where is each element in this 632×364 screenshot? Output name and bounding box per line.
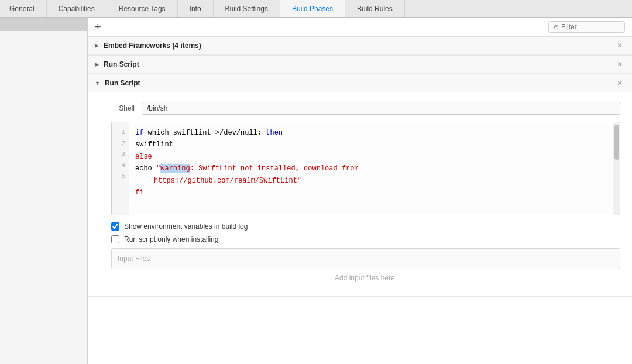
tab-build-rules[interactable]: Build Rules (345, 0, 405, 17)
run-script-1-section: ▶ Run Script ✕ (88, 56, 632, 74)
scrollbar-area[interactable] (613, 122, 620, 215)
embed-frameworks-header[interactable]: ▶ Embed Frameworks (4 items) ✕ (88, 37, 632, 55)
run-script-2-close[interactable]: ✕ (614, 79, 625, 87)
line-numbers: 1 2 3 4 5 (112, 122, 129, 215)
content-area: + ⊜ ▶ Embed Frameworks (4 items) ✕ ▶ Run… (88, 18, 632, 364)
scrollbar-thumb (614, 125, 619, 160)
checkbox-env-vars-label: Show environment variables in build log (124, 222, 248, 231)
run-script-1-header[interactable]: ▶ Run Script ✕ (88, 56, 632, 74)
checkbox-run-installing[interactable] (111, 235, 119, 243)
run-script-2-title: Run Script (105, 79, 614, 87)
run-script-2-triangle: ▼ (95, 80, 100, 86)
filter-input[interactable] (561, 23, 620, 31)
filter-icon: ⊜ (554, 23, 559, 31)
embed-frameworks-triangle: ▶ (95, 43, 99, 49)
tab-capabilities[interactable]: Capabilities (47, 0, 107, 17)
sidebar-item-1[interactable] (0, 31, 87, 44)
sidebar-item-selected[interactable] (0, 18, 87, 30)
run-script-2-body: Shell 1 2 3 4 5 if which swiftlint >/dev… (88, 92, 632, 296)
line-num-2: 2 (115, 138, 125, 149)
tab-info[interactable]: Info (178, 0, 214, 17)
run-script-1-triangle: ▶ (95, 61, 99, 67)
checkbox-run-installing-label: Run script only when installing (124, 235, 218, 243)
filter-box: ⊜ (548, 21, 625, 33)
tab-resource-tags[interactable]: Resource Tags (107, 0, 178, 17)
run-script-1-close[interactable]: ✕ (614, 60, 625, 68)
embed-frameworks-close[interactable]: ✕ (614, 42, 625, 50)
line-num-3: 3 (115, 149, 125, 160)
sidebar-item-3[interactable] (0, 57, 87, 70)
code-line-3: else (135, 151, 607, 163)
tab-build-phases[interactable]: Build Phases (280, 0, 345, 17)
run-script-1-title: Run Script (104, 60, 614, 68)
sidebar-item-2[interactable] (0, 44, 87, 57)
shell-row: Shell (111, 102, 620, 115)
code-line-2: swiftlint (135, 139, 607, 150)
input-files-box: Input Files (111, 248, 620, 269)
checkbox-env-vars-row: Show environment variables in build log (111, 222, 620, 231)
run-script-2-section: ▼ Run Script ✕ Shell 1 2 3 4 5 (88, 74, 632, 297)
tab-bar: General Capabilities Resource Tags Info … (0, 0, 632, 18)
code-line-5: fi (135, 187, 607, 198)
checkbox-env-vars[interactable] (111, 222, 119, 231)
code-line-4b: https://github.com/realm/SwiftLint" (135, 175, 607, 187)
tab-general[interactable]: General (0, 0, 47, 17)
sidebar (0, 18, 88, 364)
shell-label: Shell (111, 104, 135, 112)
run-script-2-header[interactable]: ▼ Run Script ✕ (88, 74, 632, 92)
code-line-1: if which swiftlint >/dev/null; then (135, 127, 607, 139)
line-num-1: 1 (115, 127, 125, 138)
content-toolbar: + ⊜ (88, 18, 632, 37)
add-input-files-text: Add input files here. (111, 269, 620, 287)
shell-input[interactable] (142, 102, 620, 115)
line-num-4: 4 (115, 160, 125, 171)
main-layout: + ⊜ ▶ Embed Frameworks (4 items) ✕ ▶ Run… (0, 18, 632, 364)
code-editor[interactable]: 1 2 3 4 5 if which swiftlint >/dev/null;… (111, 122, 620, 215)
line-num-5: 5 (115, 171, 125, 182)
embed-frameworks-section: ▶ Embed Frameworks (4 items) ✕ (88, 37, 632, 56)
tab-build-settings[interactable]: Build Settings (214, 0, 280, 17)
code-content: if which swiftlint >/dev/null; then swif… (129, 122, 613, 215)
code-line-4: echo "warning: SwiftLint not installed, … (135, 163, 607, 174)
input-files-placeholder: Input Files (118, 255, 150, 263)
checkbox-run-installing-row: Run script only when installing (111, 235, 620, 243)
embed-frameworks-title: Embed Frameworks (4 items) (104, 42, 614, 50)
add-phase-button[interactable]: + (95, 22, 101, 32)
